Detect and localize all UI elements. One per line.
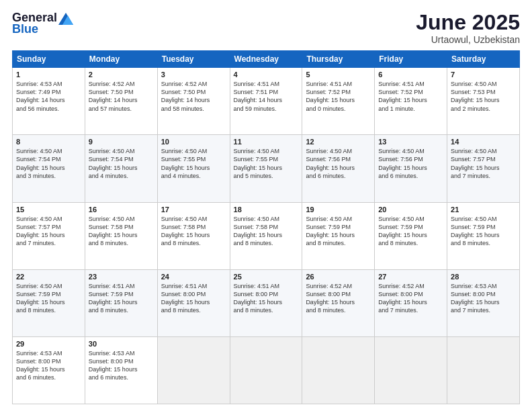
day-number: 10 — [161, 138, 226, 146]
day-number: 17 — [161, 205, 226, 214]
day-info: Sunrise: 4:51 AM Sunset: 8:00 PM Dayligh… — [161, 282, 226, 315]
weekday-saturday: Saturday — [447, 51, 520, 68]
empty-cell — [302, 336, 375, 404]
day-number: 25 — [234, 273, 299, 281]
day-number: 24 — [161, 273, 226, 281]
day-cell-18: 18Sunrise: 4:50 AM Sunset: 7:58 PM Dayli… — [230, 202, 302, 269]
day-number: 23 — [89, 273, 154, 281]
day-cell-22: 22Sunrise: 4:50 AM Sunset: 7:59 PM Dayli… — [13, 269, 85, 336]
weekday-tuesday: Tuesday — [157, 51, 230, 68]
day-cell-3: 3Sunrise: 4:52 AM Sunset: 7:50 PM Daylig… — [157, 68, 230, 135]
day-info: Sunrise: 4:50 AM Sunset: 7:58 PM Dayligh… — [89, 215, 154, 248]
day-cell-15: 15Sunrise: 4:50 AM Sunset: 7:57 PM Dayli… — [13, 202, 85, 269]
weekday-monday: Monday — [85, 51, 157, 68]
day-info: Sunrise: 4:51 AM Sunset: 7:52 PM Dayligh… — [378, 80, 443, 113]
day-info: Sunrise: 4:52 AM Sunset: 7:50 PM Dayligh… — [161, 80, 226, 113]
day-cell-1: 1Sunrise: 4:53 AM Sunset: 7:49 PM Daylig… — [13, 68, 85, 135]
day-info: Sunrise: 4:50 AM Sunset: 7:54 PM Dayligh… — [89, 147, 154, 180]
day-cell-6: 6Sunrise: 4:51 AM Sunset: 7:52 PM Daylig… — [375, 68, 447, 135]
title-block: June 2025 Urtaowul, Uzbekistan — [416, 11, 520, 45]
day-cell-19: 19Sunrise: 4:50 AM Sunset: 7:59 PM Dayli… — [302, 202, 375, 269]
day-cell-20: 20Sunrise: 4:50 AM Sunset: 7:59 PM Dayli… — [375, 202, 447, 269]
day-number: 6 — [378, 71, 443, 79]
day-cell-25: 25Sunrise: 4:51 AM Sunset: 8:00 PM Dayli… — [230, 269, 302, 336]
day-cell-10: 10Sunrise: 4:50 AM Sunset: 7:55 PM Dayli… — [157, 135, 230, 202]
week-row-4: 22Sunrise: 4:50 AM Sunset: 7:59 PM Dayli… — [13, 269, 520, 336]
day-number: 5 — [306, 71, 371, 79]
day-number: 4 — [234, 71, 299, 79]
day-cell-7: 7Sunrise: 4:50 AM Sunset: 7:53 PM Daylig… — [447, 68, 520, 135]
day-info: Sunrise: 4:53 AM Sunset: 8:00 PM Dayligh… — [16, 349, 81, 382]
day-number: 1 — [16, 71, 81, 79]
day-number: 2 — [89, 71, 154, 79]
day-info: Sunrise: 4:53 AM Sunset: 8:00 PM Dayligh… — [451, 282, 516, 315]
day-number: 11 — [234, 138, 299, 146]
day-cell-12: 12Sunrise: 4:50 AM Sunset: 7:56 PM Dayli… — [302, 135, 375, 202]
day-number: 30 — [89, 340, 154, 348]
day-cell-2: 2Sunrise: 4:52 AM Sunset: 7:50 PM Daylig… — [85, 68, 157, 135]
day-info: Sunrise: 4:51 AM Sunset: 7:52 PM Dayligh… — [306, 80, 371, 113]
day-info: Sunrise: 4:52 AM Sunset: 8:00 PM Dayligh… — [378, 282, 443, 315]
day-info: Sunrise: 4:50 AM Sunset: 7:57 PM Dayligh… — [451, 147, 516, 180]
day-cell-13: 13Sunrise: 4:50 AM Sunset: 7:56 PM Dayli… — [375, 135, 447, 202]
day-cell-30: 30Sunrise: 4:53 AM Sunset: 8:00 PM Dayli… — [85, 336, 157, 404]
day-info: Sunrise: 4:50 AM Sunset: 7:58 PM Dayligh… — [161, 215, 226, 248]
logo-blue: Blue — [12, 22, 38, 36]
day-info: Sunrise: 4:50 AM Sunset: 7:53 PM Dayligh… — [451, 80, 516, 113]
day-cell-24: 24Sunrise: 4:51 AM Sunset: 8:00 PM Dayli… — [157, 269, 230, 336]
month-title: June 2025 — [416, 11, 520, 34]
empty-cell — [375, 336, 447, 404]
day-info: Sunrise: 4:50 AM Sunset: 7:55 PM Dayligh… — [161, 147, 226, 180]
day-cell-16: 16Sunrise: 4:50 AM Sunset: 7:58 PM Dayli… — [85, 202, 157, 269]
day-info: Sunrise: 4:50 AM Sunset: 7:59 PM Dayligh… — [306, 215, 371, 248]
day-info: Sunrise: 4:50 AM Sunset: 7:55 PM Dayligh… — [234, 147, 299, 180]
day-cell-8: 8Sunrise: 4:50 AM Sunset: 7:54 PM Daylig… — [13, 135, 85, 202]
week-row-2: 8Sunrise: 4:50 AM Sunset: 7:54 PM Daylig… — [13, 135, 520, 202]
day-info: Sunrise: 4:50 AM Sunset: 7:54 PM Dayligh… — [16, 147, 81, 180]
day-cell-26: 26Sunrise: 4:52 AM Sunset: 8:00 PM Dayli… — [302, 269, 375, 336]
day-number: 8 — [16, 138, 81, 146]
weekday-friday: Friday — [375, 51, 447, 68]
day-info: Sunrise: 4:53 AM Sunset: 7:49 PM Dayligh… — [16, 80, 81, 113]
day-info: Sunrise: 4:50 AM Sunset: 7:57 PM Dayligh… — [16, 215, 81, 248]
day-info: Sunrise: 4:50 AM Sunset: 7:56 PM Dayligh… — [378, 147, 443, 180]
day-cell-21: 21Sunrise: 4:50 AM Sunset: 7:59 PM Dayli… — [447, 202, 520, 269]
day-number: 19 — [306, 205, 371, 214]
logo-icon — [58, 13, 73, 25]
day-cell-27: 27Sunrise: 4:52 AM Sunset: 8:00 PM Dayli… — [375, 269, 447, 336]
header: General Blue June 2025 Urtaowul, Uzbekis… — [12, 11, 520, 45]
day-cell-28: 28Sunrise: 4:53 AM Sunset: 8:00 PM Dayli… — [447, 269, 520, 336]
day-info: Sunrise: 4:52 AM Sunset: 7:50 PM Dayligh… — [89, 80, 154, 113]
day-number: 13 — [378, 138, 443, 146]
day-number: 9 — [89, 138, 154, 146]
day-info: Sunrise: 4:50 AM Sunset: 7:59 PM Dayligh… — [451, 215, 516, 248]
day-number: 29 — [16, 340, 81, 348]
day-cell-11: 11Sunrise: 4:50 AM Sunset: 7:55 PM Dayli… — [230, 135, 302, 202]
empty-cell — [157, 336, 230, 404]
day-number: 20 — [378, 205, 443, 214]
day-info: Sunrise: 4:51 AM Sunset: 7:51 PM Dayligh… — [234, 80, 299, 113]
page: General Blue June 2025 Urtaowul, Uzbekis… — [0, 0, 532, 411]
day-number: 28 — [451, 273, 516, 281]
day-info: Sunrise: 4:51 AM Sunset: 7:59 PM Dayligh… — [89, 282, 154, 315]
weekday-header-row: SundayMondayTuesdayWednesdayThursdayFrid… — [13, 51, 520, 68]
week-row-3: 15Sunrise: 4:50 AM Sunset: 7:57 PM Dayli… — [13, 202, 520, 269]
day-info: Sunrise: 4:50 AM Sunset: 7:59 PM Dayligh… — [16, 282, 81, 315]
day-info: Sunrise: 4:50 AM Sunset: 7:56 PM Dayligh… — [306, 147, 371, 180]
day-info: Sunrise: 4:51 AM Sunset: 8:00 PM Dayligh… — [234, 282, 299, 315]
weekday-wednesday: Wednesday — [230, 51, 302, 68]
location: Urtaowul, Uzbekistan — [416, 34, 520, 45]
day-number: 27 — [378, 273, 443, 281]
day-number: 21 — [451, 205, 516, 214]
calendar-table: SundayMondayTuesdayWednesdayThursdayFrid… — [12, 50, 520, 404]
day-info: Sunrise: 4:50 AM Sunset: 7:58 PM Dayligh… — [234, 215, 299, 248]
day-number: 7 — [451, 71, 516, 79]
day-number: 12 — [306, 138, 371, 146]
day-number: 16 — [89, 205, 154, 214]
week-row-1: 1Sunrise: 4:53 AM Sunset: 7:49 PM Daylig… — [13, 68, 520, 135]
week-row-5: 29Sunrise: 4:53 AM Sunset: 8:00 PM Dayli… — [13, 336, 520, 404]
day-cell-17: 17Sunrise: 4:50 AM Sunset: 7:58 PM Dayli… — [157, 202, 230, 269]
day-info: Sunrise: 4:53 AM Sunset: 8:00 PM Dayligh… — [89, 349, 154, 382]
day-info: Sunrise: 4:50 AM Sunset: 7:59 PM Dayligh… — [378, 215, 443, 248]
day-number: 18 — [234, 205, 299, 214]
